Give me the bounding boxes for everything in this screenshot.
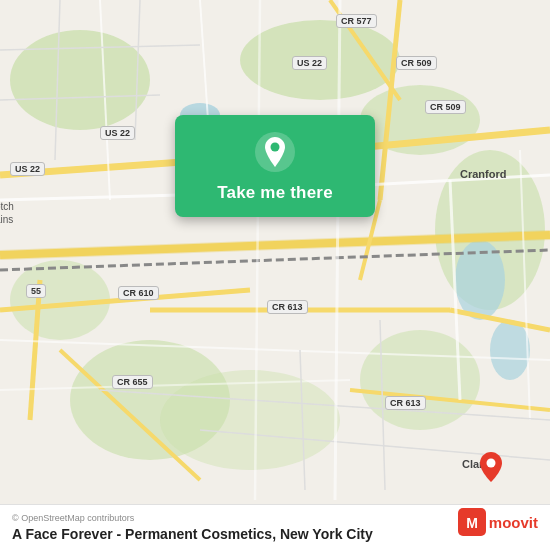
road-label-55: 55 [26, 284, 46, 298]
road-label-cr613-bot: CR 613 [385, 396, 426, 410]
road-label-cr655: CR 655 [112, 375, 153, 389]
moovit-text: moovit [489, 514, 538, 531]
map-container: CR 577 US 22 CR 509 CR 509 US 22 US 22 C… [0, 0, 550, 550]
cranford-label: Cranford [460, 168, 506, 180]
bottom-bar: © OpenStreetMap contributors A Face Fore… [0, 504, 550, 550]
road-label-cr577: CR 577 [336, 14, 377, 28]
take-me-there-label: Take me there [217, 183, 333, 203]
svg-point-0 [10, 30, 150, 130]
moovit-icon: M [458, 508, 486, 536]
svg-line-24 [0, 195, 180, 200]
moovit-logo: M moovit [458, 508, 538, 536]
road-label-cr509-top: CR 509 [396, 56, 437, 70]
svg-point-10 [490, 320, 530, 380]
svg-text:M: M [466, 515, 478, 531]
road-label-us22-mid: US 22 [100, 126, 135, 140]
svg-point-45 [487, 459, 496, 468]
svg-point-44 [271, 143, 280, 152]
scotch-plains-label: otchains [0, 200, 14, 226]
road-label-us22-top: US 22 [292, 56, 327, 70]
road-label-cr613-mid: CR 613 [267, 300, 308, 314]
destination-pin-icon [480, 452, 502, 482]
location-pin-icon [254, 131, 296, 173]
svg-point-6 [360, 330, 480, 430]
road-label-cr509-right: CR 509 [425, 100, 466, 114]
take-me-there-card[interactable]: Take me there [175, 115, 375, 217]
road-label-cr610: CR 610 [118, 286, 159, 300]
road-label-us22-left: US 22 [10, 162, 45, 176]
